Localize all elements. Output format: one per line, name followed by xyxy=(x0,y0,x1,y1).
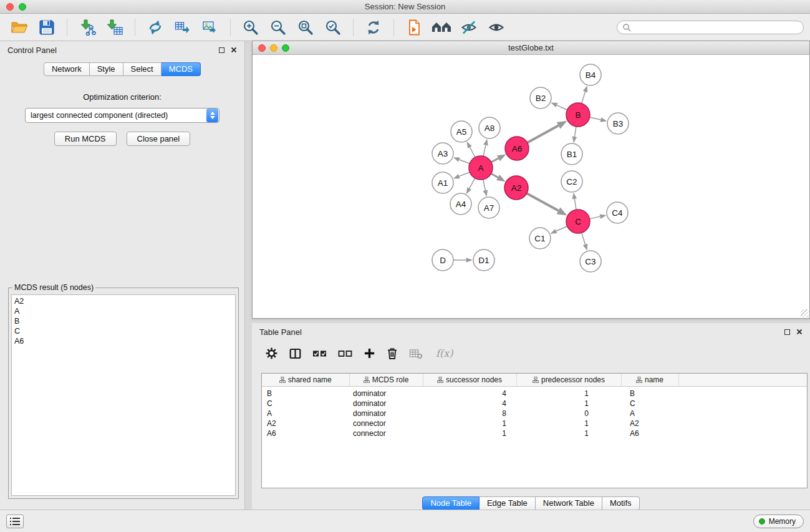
table-row[interactable]: Cdominator41C xyxy=(262,399,807,409)
graph-edge-A-A2[interactable] xyxy=(491,173,498,177)
tab-network-table[interactable]: Network Table xyxy=(536,496,602,510)
graph-node-A1[interactable]: A1 xyxy=(432,172,453,193)
column-header-mcds-role[interactable]: MCDS role xyxy=(349,374,423,386)
float-panel-icon[interactable] xyxy=(219,47,224,53)
tab-mcds[interactable]: MCDS xyxy=(162,62,201,76)
close-panel-button[interactable]: Close panel xyxy=(127,132,191,146)
tab-network[interactable]: Network xyxy=(44,62,90,76)
graph-node-C[interactable]: C xyxy=(566,210,590,233)
graph-node-D1[interactable]: D1 xyxy=(473,249,494,271)
hide-details-icon[interactable] xyxy=(457,16,481,39)
network-canvas[interactable]: B4B2BB3A5A8A6A3B1AC2A1A2A4A7C4CC1C3DD1 xyxy=(253,55,809,318)
graph-edge-A-A6[interactable] xyxy=(491,158,499,162)
add-row-icon[interactable] xyxy=(364,347,375,359)
result-item[interactable]: C xyxy=(14,326,233,336)
result-item[interactable]: A2 xyxy=(14,296,233,306)
zoom-in-icon[interactable] xyxy=(239,16,263,39)
column-header-name[interactable]: name xyxy=(621,374,678,386)
import-table-icon[interactable] xyxy=(103,16,127,39)
zoom-selected-icon[interactable] xyxy=(321,16,345,39)
search-input[interactable] xyxy=(634,23,798,32)
graph-edge-A-A3[interactable] xyxy=(459,160,470,163)
open-folder-icon[interactable] xyxy=(7,16,31,39)
graph-node-C1[interactable]: C1 xyxy=(529,228,551,249)
result-item[interactable]: B xyxy=(14,316,233,326)
graph-node-B2[interactable]: B2 xyxy=(530,87,551,109)
graph-node-B3[interactable]: B3 xyxy=(607,113,629,134)
function-builder-button[interactable]: f(x) xyxy=(436,347,453,359)
tab-select[interactable]: Select xyxy=(123,62,162,76)
result-item[interactable]: A xyxy=(14,306,233,316)
split-column-icon[interactable] xyxy=(289,347,302,360)
graph-node-A6[interactable]: A6 xyxy=(505,137,529,160)
column-header-predecessor-nodes[interactable]: predecessor nodes xyxy=(516,374,621,386)
graph-node-A5[interactable]: A5 xyxy=(451,121,472,142)
graph-edge-A-A8[interactable] xyxy=(483,145,486,157)
memory-indicator[interactable]: Memory xyxy=(753,515,804,528)
tab-node-table[interactable]: Node Table xyxy=(422,496,480,510)
tab-motifs[interactable]: Motifs xyxy=(602,496,640,510)
close-panel-icon[interactable] xyxy=(231,47,237,53)
tab-style[interactable]: Style xyxy=(90,62,123,76)
graph-node-B1[interactable]: B1 xyxy=(561,143,582,165)
graph-node-B[interactable]: B xyxy=(566,103,590,127)
save-session-icon[interactable] xyxy=(35,16,59,39)
show-details-icon[interactable] xyxy=(485,16,508,39)
graph-node-A3[interactable]: A3 xyxy=(432,143,453,164)
deselect-all-icon[interactable] xyxy=(338,347,353,360)
graph-edge-C-C4[interactable] xyxy=(590,216,600,219)
export-network-icon[interactable] xyxy=(143,16,167,39)
graph-node-C4[interactable]: C4 xyxy=(607,202,628,223)
delete-row-icon[interactable] xyxy=(386,347,398,360)
graph-edge-A-A4[interactable] xyxy=(470,178,475,189)
graph-node-A2[interactable]: A2 xyxy=(504,176,528,200)
table-row[interactable]: A2connector11A2 xyxy=(262,418,807,428)
session-document-icon[interactable] xyxy=(402,16,426,39)
graph-edge-A2-C[interactable] xyxy=(527,193,559,211)
table-row[interactable]: Bdominator41B xyxy=(262,386,807,399)
graph-edge-B-B3[interactable] xyxy=(590,117,601,120)
optimization-criterion-select[interactable]: largest connected component (directed) xyxy=(25,108,219,123)
column-header-successor-nodes[interactable]: successor nodes xyxy=(423,374,516,386)
run-mcds-button[interactable]: Run MCDS xyxy=(54,132,117,146)
result-item[interactable]: A6 xyxy=(14,336,233,346)
zoom-out-icon[interactable] xyxy=(266,16,290,39)
settings-gear-icon[interactable] xyxy=(265,347,278,360)
table-row[interactable]: Adominator80A xyxy=(262,409,807,418)
tab-edge-table[interactable]: Edge Table xyxy=(480,496,536,510)
mcds-result-list[interactable]: A2ABCA6 xyxy=(11,294,236,496)
graph-node-B4[interactable]: B4 xyxy=(580,64,601,85)
delete-table-icon[interactable] xyxy=(409,347,423,360)
float-table-panel-icon[interactable] xyxy=(784,329,790,335)
column-header-shared-name[interactable]: shared name xyxy=(262,374,349,386)
graph-edge-A6-B[interactable] xyxy=(528,125,559,143)
graph-edge-C-C3[interactable] xyxy=(582,233,586,244)
graph-node-A[interactable]: A xyxy=(469,156,493,180)
home-icon[interactable] xyxy=(430,16,453,39)
graph-node-C2[interactable]: C2 xyxy=(561,171,582,192)
graph-edge-A-A1[interactable] xyxy=(459,172,470,177)
graph-node-C3[interactable]: C3 xyxy=(580,251,601,272)
zoom-fit-icon[interactable] xyxy=(294,16,317,39)
graph-node-D[interactable]: D xyxy=(432,249,453,271)
close-table-panel-icon[interactable] xyxy=(796,329,803,335)
network-window-titlebar[interactable]: testGlobe.txt xyxy=(253,41,809,55)
export-image-icon[interactable] xyxy=(198,16,222,39)
graph-node-A4[interactable]: A4 xyxy=(450,193,471,215)
graph-edge-C-C1[interactable] xyxy=(556,226,567,231)
graph-edge-B-B1[interactable] xyxy=(574,127,576,137)
graph-edge-B-B2[interactable] xyxy=(557,105,567,110)
refresh-icon[interactable] xyxy=(362,16,385,39)
graph-edge-A-A7[interactable] xyxy=(483,180,486,191)
resize-grip[interactable] xyxy=(801,309,809,317)
export-table-icon[interactable] xyxy=(171,16,195,39)
graph-node-A7[interactable]: A7 xyxy=(478,197,499,218)
table-row[interactable]: A6connector11A6 xyxy=(262,428,807,438)
session-list-button[interactable] xyxy=(6,515,24,528)
graph-edge-A-A5[interactable] xyxy=(470,147,475,157)
graph-edge-C-C2[interactable] xyxy=(574,199,576,210)
select-all-icon[interactable] xyxy=(312,347,327,360)
graph-edge-B-B4[interactable] xyxy=(582,92,586,104)
import-network-icon[interactable] xyxy=(75,16,99,39)
graph-node-A8[interactable]: A8 xyxy=(479,117,500,138)
